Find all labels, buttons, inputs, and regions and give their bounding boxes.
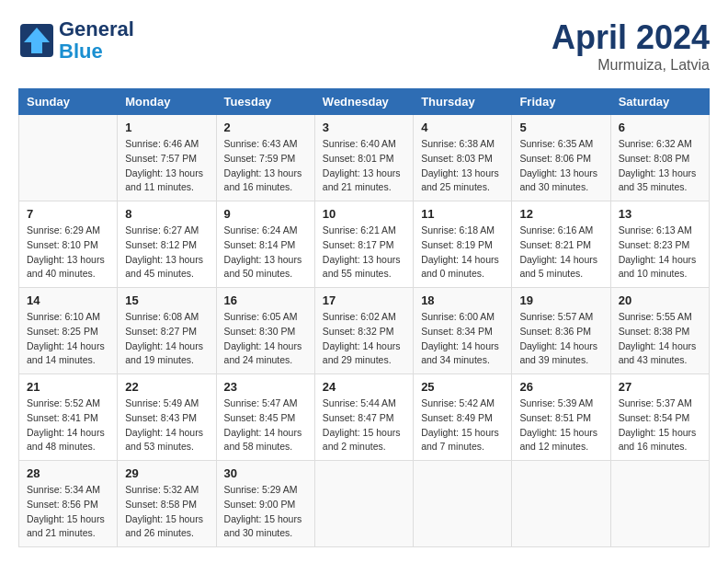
day-info: Sunrise: 6:43 AMSunset: 7:59 PMDaylight:… xyxy=(224,137,307,195)
day-info: Sunrise: 6:08 AMSunset: 8:27 PMDaylight:… xyxy=(125,310,208,368)
day-info: Sunrise: 6:38 AMSunset: 8:03 PMDaylight:… xyxy=(421,137,504,195)
day-number: 2 xyxy=(224,121,307,134)
calendar-week-row: 1Sunrise: 6:46 AMSunset: 7:57 PMDaylight… xyxy=(19,115,710,201)
calendar-cell: 5Sunrise: 6:35 AMSunset: 8:06 PMDaylight… xyxy=(512,115,610,201)
day-number: 15 xyxy=(125,293,208,307)
day-info: Sunrise: 6:21 AMSunset: 8:17 PMDaylight:… xyxy=(323,224,405,282)
calendar-cell: 15Sunrise: 6:08 AMSunset: 8:27 PMDayligh… xyxy=(118,288,216,374)
calendar-week-row: 7Sunrise: 6:29 AMSunset: 8:10 PMDaylight… xyxy=(19,201,710,288)
column-header-friday: Friday xyxy=(512,89,610,115)
calendar-cell: 29Sunrise: 5:32 AMSunset: 8:58 PMDayligh… xyxy=(118,461,216,547)
day-number: 21 xyxy=(27,380,109,394)
logo-text: GeneralBlue xyxy=(59,18,134,63)
day-number: 14 xyxy=(27,293,109,307)
calendar-cell: 9Sunrise: 6:24 AMSunset: 8:14 PMDaylight… xyxy=(216,201,314,288)
day-number: 25 xyxy=(421,380,504,394)
calendar-cell xyxy=(414,461,512,547)
day-number: 20 xyxy=(619,293,701,307)
calendar-week-row: 28Sunrise: 5:34 AMSunset: 8:56 PMDayligh… xyxy=(19,461,710,547)
day-number: 3 xyxy=(323,121,405,134)
day-info: Sunrise: 6:40 AMSunset: 8:01 PMDaylight:… xyxy=(323,137,405,195)
calendar-cell: 3Sunrise: 6:40 AMSunset: 8:01 PMDaylight… xyxy=(314,115,413,201)
calendar-cell: 10Sunrise: 6:21 AMSunset: 8:17 PMDayligh… xyxy=(314,201,413,288)
day-number: 30 xyxy=(224,466,307,480)
day-number: 13 xyxy=(619,207,701,221)
calendar-cell: 14Sunrise: 6:10 AMSunset: 8:25 PMDayligh… xyxy=(19,288,118,374)
calendar-cell: 17Sunrise: 6:02 AMSunset: 8:32 PMDayligh… xyxy=(314,288,413,374)
calendar-cell: 24Sunrise: 5:44 AMSunset: 8:47 PMDayligh… xyxy=(314,374,413,461)
day-number: 28 xyxy=(27,466,109,480)
day-number: 17 xyxy=(323,293,405,307)
calendar-cell: 23Sunrise: 5:47 AMSunset: 8:45 PMDayligh… xyxy=(216,374,314,461)
location: Murmuiza, Latvia xyxy=(552,57,710,74)
day-info: Sunrise: 5:57 AMSunset: 8:36 PMDaylight:… xyxy=(519,310,602,368)
day-info: Sunrise: 5:37 AMSunset: 8:54 PMDaylight:… xyxy=(619,396,701,454)
day-number: 16 xyxy=(224,293,307,307)
calendar-cell: 22Sunrise: 5:49 AMSunset: 8:43 PMDayligh… xyxy=(118,374,216,461)
calendar-cell: 4Sunrise: 6:38 AMSunset: 8:03 PMDaylight… xyxy=(414,115,512,201)
day-number: 18 xyxy=(421,293,504,307)
day-number: 26 xyxy=(519,380,602,394)
calendar-cell: 1Sunrise: 6:46 AMSunset: 7:57 PMDaylight… xyxy=(118,115,216,201)
column-header-saturday: Saturday xyxy=(610,89,709,115)
day-number: 24 xyxy=(323,380,405,394)
day-info: Sunrise: 6:02 AMSunset: 8:32 PMDaylight:… xyxy=(323,310,405,368)
calendar-cell: 30Sunrise: 5:29 AMSunset: 9:00 PMDayligh… xyxy=(216,461,314,547)
calendar-cell: 25Sunrise: 5:42 AMSunset: 8:49 PMDayligh… xyxy=(414,374,512,461)
day-info: Sunrise: 6:46 AMSunset: 7:57 PMDaylight:… xyxy=(125,137,208,195)
day-number: 4 xyxy=(421,121,504,134)
month-year: April 2024 xyxy=(552,18,710,57)
column-header-monday: Monday xyxy=(118,89,216,115)
day-info: Sunrise: 6:05 AMSunset: 8:30 PMDaylight:… xyxy=(224,310,307,368)
page-header: GeneralBlue April 2024 Murmuiza, Latvia xyxy=(18,18,710,74)
calendar-cell xyxy=(610,461,709,547)
column-header-tuesday: Tuesday xyxy=(216,89,314,115)
day-info: Sunrise: 5:29 AMSunset: 9:00 PMDaylight:… xyxy=(224,483,307,541)
calendar-table: SundayMondayTuesdayWednesdayThursdayFrid… xyxy=(18,88,710,547)
day-number: 29 xyxy=(125,466,208,480)
day-info: Sunrise: 5:49 AMSunset: 8:43 PMDaylight:… xyxy=(125,396,208,454)
day-info: Sunrise: 6:18 AMSunset: 8:19 PMDaylight:… xyxy=(421,224,504,282)
day-number: 19 xyxy=(519,293,602,307)
calendar-cell: 26Sunrise: 5:39 AMSunset: 8:51 PMDayligh… xyxy=(512,374,610,461)
day-number: 27 xyxy=(619,380,701,394)
day-info: Sunrise: 5:44 AMSunset: 8:47 PMDaylight:… xyxy=(323,396,405,454)
calendar-cell: 27Sunrise: 5:37 AMSunset: 8:54 PMDayligh… xyxy=(610,374,709,461)
day-number: 1 xyxy=(125,121,208,134)
calendar-cell xyxy=(314,461,413,547)
day-info: Sunrise: 5:52 AMSunset: 8:41 PMDaylight:… xyxy=(27,396,109,454)
day-info: Sunrise: 6:27 AMSunset: 8:12 PMDaylight:… xyxy=(125,224,208,282)
day-number: 7 xyxy=(27,207,109,221)
calendar-cell: 12Sunrise: 6:16 AMSunset: 8:21 PMDayligh… xyxy=(512,201,610,288)
calendar-cell: 28Sunrise: 5:34 AMSunset: 8:56 PMDayligh… xyxy=(19,461,118,547)
calendar-cell xyxy=(512,461,610,547)
calendar-week-row: 21Sunrise: 5:52 AMSunset: 8:41 PMDayligh… xyxy=(19,374,710,461)
day-info: Sunrise: 5:47 AMSunset: 8:45 PMDaylight:… xyxy=(224,396,307,454)
day-number: 11 xyxy=(421,207,504,221)
calendar-body: 1Sunrise: 6:46 AMSunset: 7:57 PMDaylight… xyxy=(19,115,710,547)
day-number: 5 xyxy=(519,121,602,134)
day-info: Sunrise: 6:24 AMSunset: 8:14 PMDaylight:… xyxy=(224,224,307,282)
day-number: 6 xyxy=(619,121,701,134)
title-block: April 2024 Murmuiza, Latvia xyxy=(552,18,710,74)
calendar-cell: 11Sunrise: 6:18 AMSunset: 8:19 PMDayligh… xyxy=(414,201,512,288)
logo-icon xyxy=(18,22,55,59)
day-number: 10 xyxy=(323,207,405,221)
day-number: 12 xyxy=(519,207,602,221)
day-info: Sunrise: 6:16 AMSunset: 8:21 PMDaylight:… xyxy=(519,224,602,282)
day-info: Sunrise: 5:39 AMSunset: 8:51 PMDaylight:… xyxy=(519,396,602,454)
calendar-week-row: 14Sunrise: 6:10 AMSunset: 8:25 PMDayligh… xyxy=(19,288,710,374)
calendar-cell: 16Sunrise: 6:05 AMSunset: 8:30 PMDayligh… xyxy=(216,288,314,374)
logo: GeneralBlue xyxy=(18,18,134,63)
day-info: Sunrise: 6:10 AMSunset: 8:25 PMDaylight:… xyxy=(27,310,109,368)
calendar-cell: 18Sunrise: 6:00 AMSunset: 8:34 PMDayligh… xyxy=(414,288,512,374)
calendar-header-row: SundayMondayTuesdayWednesdayThursdayFrid… xyxy=(19,89,710,115)
calendar-cell: 8Sunrise: 6:27 AMSunset: 8:12 PMDaylight… xyxy=(118,201,216,288)
calendar-cell: 7Sunrise: 6:29 AMSunset: 8:10 PMDaylight… xyxy=(19,201,118,288)
day-info: Sunrise: 6:32 AMSunset: 8:08 PMDaylight:… xyxy=(619,137,701,195)
day-info: Sunrise: 6:29 AMSunset: 8:10 PMDaylight:… xyxy=(27,224,109,282)
day-info: Sunrise: 6:13 AMSunset: 8:23 PMDaylight:… xyxy=(619,224,701,282)
calendar-cell xyxy=(19,115,118,201)
day-number: 9 xyxy=(224,207,307,221)
column-header-thursday: Thursday xyxy=(414,89,512,115)
